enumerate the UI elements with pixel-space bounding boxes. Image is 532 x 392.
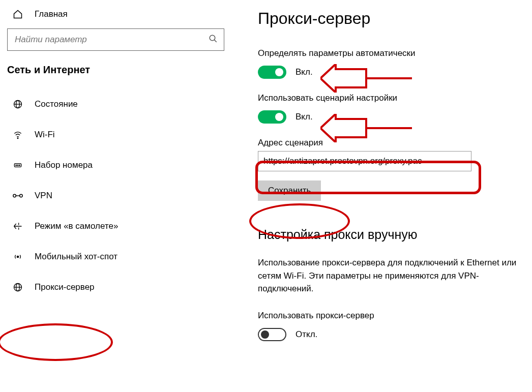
auto-detect-label: Определять параметры автоматически [258,48,532,58]
save-button[interactable]: Сохранить [258,180,321,201]
main-content: Прокси-сервер Определять параметры автом… [231,0,532,392]
nav-label: Wi-Fi [35,130,55,140]
manual-description: Использование прокси-сервера для подключ… [258,256,532,295]
vpn-icon [12,192,23,200]
script-address-label: Адрес сценария [258,138,532,148]
svg-point-13 [17,256,18,257]
svg-point-7 [16,165,17,166]
nav-item-airplane[interactable]: Режим «в самолете» [0,211,231,242]
home-link[interactable]: Главная [0,0,231,28]
nav-label: Мобильный хот-спот [35,252,117,262]
auto-detect-toggle[interactable] [258,66,286,79]
wifi-icon [12,130,23,140]
manual-heading: Настройка прокси вручную [258,227,532,242]
svg-line-1 [214,40,217,42]
auto-detect-state: Вкл. [295,67,313,77]
nav-item-status[interactable]: Состояние [0,89,231,119]
nav-label: Режим «в самолете» [35,221,118,231]
page-title: Прокси-сервер [258,9,532,28]
search-field[interactable] [15,35,209,45]
globe-icon [12,282,23,292]
nav-item-dialup[interactable]: Набор номера [0,150,231,180]
nav-item-wifi[interactable]: Wi-Fi [0,119,231,150]
use-script-label: Использовать сценарий настройки [258,93,532,103]
search-icon [209,34,218,45]
home-icon [12,9,23,19]
nav-label: VPN [35,191,52,201]
nav-item-proxy[interactable]: Прокси-сервер [0,272,231,303]
sidebar: Главная Сеть и Интернет Состояние [0,0,231,392]
nav-label: Состояние [35,99,78,109]
dialup-icon [12,160,23,170]
script-address-input[interactable] [258,151,471,171]
nav-label: Прокси-сервер [35,282,95,292]
use-proxy-label: Использовать прокси-сервер [258,311,532,321]
section-title: Сеть и Интернет [0,60,231,89]
home-label: Главная [35,9,68,19]
svg-point-0 [210,35,215,41]
hotspot-icon [12,252,23,262]
use-proxy-state: Откл. [295,329,317,340]
use-script-toggle[interactable] [258,110,286,124]
search-input[interactable] [7,28,224,51]
nav-label: Набор номера [35,160,93,170]
use-proxy-toggle[interactable] [258,328,286,341]
globe-icon [12,99,23,109]
use-script-state: Вкл. [295,112,313,122]
script-address-field[interactable] [263,156,466,166]
svg-point-9 [19,165,20,166]
svg-point-8 [17,165,18,166]
airplane-icon [12,221,23,231]
svg-point-11 [20,194,22,197]
svg-point-10 [13,194,16,197]
svg-point-5 [17,138,18,139]
nav-item-vpn[interactable]: VPN [0,180,231,211]
nav-item-hotspot[interactable]: Мобильный хот-спот [0,242,231,272]
